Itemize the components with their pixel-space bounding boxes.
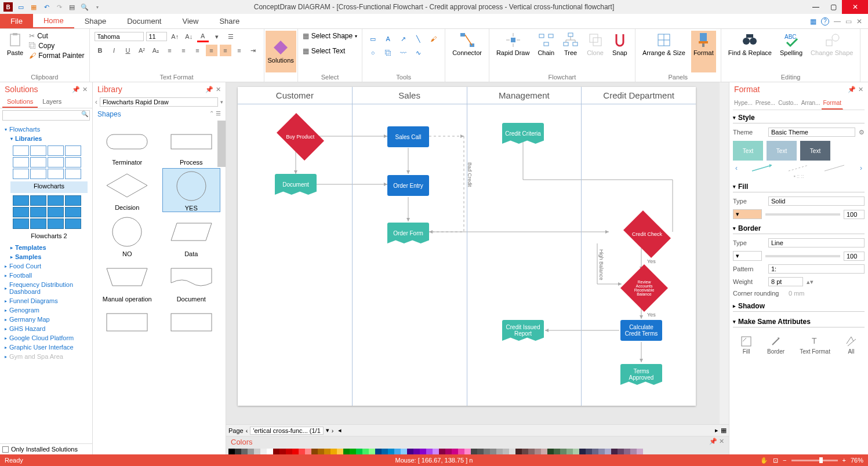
zoom-in-icon[interactable]: + (842, 457, 846, 464)
change-shape-button[interactable]: Change Shape (808, 31, 855, 72)
flowcharts2-grid[interactable] (10, 193, 88, 231)
pattern-select[interactable]: 1: (768, 264, 865, 274)
page-tab[interactable]: 'ertical cross-func... (1/1 (250, 427, 323, 435)
solutions-button[interactable]: Solutions (266, 31, 296, 72)
group-tool-icon[interactable]: ⿻ (382, 47, 394, 59)
font-grow-icon[interactable]: A↑ (169, 31, 181, 42)
shape-process[interactable]: Process (162, 123, 220, 166)
border-section[interactable]: Border (733, 221, 865, 234)
node-sales-call[interactable]: Sales Call (387, 126, 429, 147)
tree-item[interactable]: ▸Frequency Distribution Dashboard (5, 280, 88, 296)
inner-minimize-icon[interactable]: — (834, 17, 841, 26)
superscript-icon[interactable]: A² (136, 45, 148, 56)
inner-close-icon[interactable]: ✕ (856, 17, 862, 26)
paste-button[interactable]: Paste (5, 31, 26, 72)
node-document[interactable]: Document (275, 174, 317, 195)
valign-middle-icon[interactable]: ≡ (220, 45, 231, 56)
fmt-tab-hyperlink[interactable]: Hype... (733, 97, 754, 110)
pin-icon[interactable]: 📌 (205, 86, 213, 93)
shape-yes[interactable]: YES (162, 168, 220, 212)
valign-bottom-icon[interactable]: ≡ (234, 45, 245, 56)
tab-view[interactable]: View (172, 14, 209, 28)
align-right-icon[interactable]: ≡ (192, 45, 204, 56)
shape-no[interactable]: NO (98, 214, 156, 257)
tree-flowcharts[interactable]: ▾Flowcharts (5, 125, 88, 134)
fmt-tab-presentation[interactable]: Prese... (754, 97, 777, 110)
tree-item[interactable]: ▸Google Cloud Platform (5, 333, 88, 343)
zoom-icon[interactable]: 🔍 (80, 2, 89, 12)
tree-samples[interactable]: ▸Samples (10, 252, 88, 261)
corner-icon[interactable]: ▦ (721, 427, 727, 434)
tab-home[interactable]: Home (33, 14, 74, 28)
hscroll-right-icon[interactable]: ▸ (715, 427, 718, 434)
bold-icon[interactable]: B (95, 45, 106, 56)
fill-color-select[interactable]: ▾ (733, 209, 762, 219)
border-type-select[interactable]: Line (768, 238, 865, 247)
same-text-button[interactable]: TText Format (800, 336, 830, 355)
theme-preview-1[interactable]: Text (733, 141, 763, 161)
fmt-tab-arrange[interactable]: Arran... (800, 97, 822, 110)
same-border-button[interactable]: Border (767, 336, 785, 355)
snap-button[interactable]: Snap (609, 31, 630, 72)
circle-tool-icon[interactable]: ○ (367, 47, 379, 59)
valign-top-icon[interactable]: ≡ (206, 45, 217, 56)
fmt-tab-custom[interactable]: Custo... (777, 97, 800, 110)
color-palette[interactable] (226, 447, 729, 454)
font-shrink-icon[interactable]: A↓ (183, 31, 195, 42)
grid-icon[interactable]: ▦ (810, 17, 816, 26)
tree-item[interactable]: ▸Graphic User Interface (5, 343, 88, 352)
clone-button[interactable]: Clone (584, 31, 606, 72)
italic-icon[interactable]: I (108, 45, 120, 56)
tree-item[interactable]: ▸Gym and Spa Area (5, 352, 88, 361)
canvas-page[interactable]: Customer Sales Management Credit Departm… (238, 87, 696, 406)
gear-icon[interactable]: ⚙ (859, 129, 865, 136)
font-select[interactable]: Tahoma (95, 32, 144, 41)
next-arrow-icon[interactable]: › (860, 164, 862, 172)
fill-opacity-input[interactable]: 100 (844, 210, 865, 219)
file-tab[interactable]: File (0, 14, 33, 28)
tree-button[interactable]: Tree (560, 31, 581, 72)
fill-opacity-slider[interactable] (765, 213, 840, 216)
fit-icon[interactable]: ⊡ (773, 457, 778, 464)
flowcharts2-lib-label[interactable]: Flowcharts 2 (10, 231, 88, 243)
shape-manual-op[interactable]: Manual operation (98, 260, 156, 303)
tree-item[interactable]: ▸Germany Map (5, 315, 88, 324)
same-fill-button[interactable]: Fill (740, 336, 752, 355)
select-shape-button[interactable]: ▦Select Shape▾ (303, 32, 357, 40)
shape-data[interactable]: Data (162, 214, 220, 257)
arrow-tool-icon[interactable]: ↗ (397, 33, 409, 45)
inner-restore-icon[interactable]: ▭ (845, 17, 852, 26)
hand-tool-icon[interactable]: ✋ (760, 457, 768, 464)
canvas[interactable]: Customer Sales Management Credit Departm… (226, 82, 729, 424)
panel-close-icon[interactable]: ✕ (858, 86, 863, 93)
arrange-size-button[interactable]: Arrange & Size (640, 31, 688, 72)
new-doc-icon[interactable]: ▭ (16, 2, 26, 12)
copy-button[interactable]: ⿻Copy (29, 42, 84, 50)
pin-icon[interactable]: 📌 (72, 86, 80, 93)
curve-tool-icon[interactable]: 〰 (397, 47, 409, 59)
bullets-icon[interactable]: ☰ (225, 31, 237, 42)
font-size-select[interactable]: 11 (146, 32, 167, 41)
panel-close-icon[interactable]: ✕ (216, 86, 221, 93)
fill-section[interactable]: Fill (733, 179, 865, 192)
node-report[interactable]: Credit Issued Report (502, 320, 544, 341)
node-approved[interactable]: Terms Approved (620, 364, 662, 385)
tree-libraries[interactable]: ▾Libraries (10, 134, 88, 143)
node-order-form[interactable]: Order Form (387, 223, 429, 243)
brush-tool-icon[interactable]: 🖌 (427, 33, 439, 45)
library-select[interactable]: Flowcharts Rapid Draw (100, 97, 218, 107)
help-icon[interactable]: ? (821, 17, 829, 26)
node-criteria[interactable]: Credit Criteria (502, 123, 544, 144)
zoom-slider[interactable] (791, 460, 838, 461)
tree-item[interactable]: ▸Genogram (5, 305, 88, 315)
line-tool-icon[interactable]: ╲ (412, 33, 424, 45)
cut-button[interactable]: ✂Cut (29, 32, 84, 40)
select-text-button[interactable]: ▦Select Text (303, 47, 357, 55)
fill-type-select[interactable]: Solid (768, 196, 865, 206)
only-installed-checkbox[interactable]: Only Installed Solutions (0, 443, 92, 454)
undo-icon[interactable]: ↶ (42, 2, 51, 12)
save-icon[interactable]: ▤ (67, 2, 77, 12)
panel-close-icon[interactable]: ✕ (82, 86, 88, 93)
align-center-icon[interactable]: ≡ (178, 45, 190, 56)
border-opacity-slider[interactable] (765, 255, 840, 257)
